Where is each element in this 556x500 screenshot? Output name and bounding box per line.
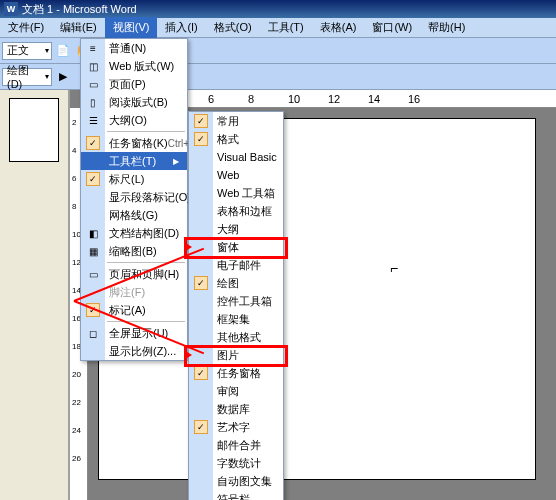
menu-item-18[interactable]: ◻全屏显示(U)	[81, 324, 187, 342]
menu-item-10[interactable]: 控件工具箱	[189, 292, 283, 310]
title-bar: W 文档 1 - Microsoft Word	[0, 0, 556, 18]
menu-item-15[interactable]: 审阅	[189, 382, 283, 400]
menu-item-11[interactable]: 框架集	[189, 310, 283, 328]
item-label: 页面(P)	[109, 77, 146, 92]
item-icon: ◻	[86, 326, 100, 340]
menu-3[interactable]: 插入(I)	[157, 17, 205, 38]
menu-item-9[interactable]: 显示段落标记(O)	[81, 188, 187, 206]
menu-8[interactable]: 帮助(H)	[420, 17, 473, 38]
menu-item-6[interactable]: 大纲	[189, 220, 283, 238]
item-label: 控件工具箱	[217, 294, 272, 309]
item-label: 图片	[217, 348, 239, 363]
menu-item-13[interactable]: 图片	[189, 346, 283, 364]
item-label: 表格和边框	[217, 204, 272, 219]
menu-item-19[interactable]: 显示比例(Z)...	[81, 342, 187, 360]
item-label: 电子邮件	[217, 258, 261, 273]
menu-4[interactable]: 格式(O)	[206, 17, 260, 38]
menu-item-12[interactable]: ▦缩略图(B)	[81, 242, 187, 260]
menu-item-7[interactable]: 窗体	[189, 238, 283, 256]
item-label: 工具栏(T)	[109, 154, 156, 169]
item-label: 标记(A)	[109, 303, 146, 318]
check-icon: ✓	[86, 136, 100, 150]
menu-item-8[interactable]: 电子邮件	[189, 256, 283, 274]
item-icon: ▦	[86, 244, 100, 258]
item-label: Web 版式(W)	[109, 59, 174, 74]
menu-6[interactable]: 表格(A)	[312, 17, 365, 38]
toolbars-submenu: ✓常用✓格式Visual BasicWebWeb 工具箱表格和边框大纲窗体电子邮…	[188, 111, 284, 500]
check-icon: ✓	[86, 172, 100, 186]
menu-item-7[interactable]: 工具栏(T)▶	[81, 152, 187, 170]
menu-item-9[interactable]: ✓绘图	[189, 274, 283, 292]
menu-item-4[interactable]: Web 工具箱	[189, 184, 283, 202]
check-icon: ✓	[86, 303, 100, 317]
menu-item-3[interactable]: Web	[189, 166, 283, 184]
check-icon: ✓	[194, 366, 208, 380]
item-label: 全屏显示(U)	[109, 326, 168, 341]
submenu-arrow-icon: ▶	[173, 157, 179, 166]
menu-item-3[interactable]: ▯阅读版式(B)	[81, 93, 187, 111]
item-label: 标尺(L)	[109, 172, 144, 187]
menu-item-6[interactable]: ✓任务窗格(K)Ctrl+F1	[81, 134, 187, 152]
item-label: 自动图文集	[217, 474, 272, 489]
menu-item-20[interactable]: 自动图文集	[189, 472, 283, 490]
item-icon: ◫	[86, 59, 100, 73]
menu-item-1[interactable]: ◫Web 版式(W)	[81, 57, 187, 75]
menu-item-11[interactable]: ◧文档结构图(D)	[81, 224, 187, 242]
menu-item-14[interactable]: ✓任务窗格	[189, 364, 283, 382]
menu-item-8[interactable]: ✓标尺(L)	[81, 170, 187, 188]
item-label: 审阅	[217, 384, 239, 399]
menu-7[interactable]: 窗口(W)	[364, 17, 420, 38]
new-doc-icon[interactable]: 📄	[53, 41, 73, 61]
item-label: 阅读版式(B)	[109, 95, 168, 110]
item-icon: ▭	[86, 267, 100, 281]
menu-bar: 文件(F)编辑(E)视图(V)插入(I)格式(O)工具(T)表格(A)窗口(W)…	[0, 18, 556, 38]
item-label: 任务窗格	[217, 366, 261, 381]
menu-item-16[interactable]: 数据库	[189, 400, 283, 418]
view-menu-dropdown: ≡普通(N)◫Web 版式(W)▭页面(P)▯阅读版式(B)☰大纲(O)✓任务窗…	[80, 38, 188, 361]
menu-item-19[interactable]: 字数统计	[189, 454, 283, 472]
menu-item-4[interactable]: ☰大纲(O)	[81, 111, 187, 129]
item-label: 窗体	[217, 240, 239, 255]
menu-item-1[interactable]: ✓格式	[189, 130, 283, 148]
item-label: 字数统计	[217, 456, 261, 471]
menu-2[interactable]: 视图(V)	[105, 17, 158, 38]
menu-5[interactable]: 工具(T)	[260, 17, 312, 38]
page-thumbnail[interactable]	[9, 98, 59, 162]
item-label: 常用	[217, 114, 239, 129]
thumbnail-pane	[0, 90, 70, 500]
item-label: 显示比例(Z)...	[109, 344, 176, 359]
item-label: 普通(N)	[109, 41, 146, 56]
menu-item-14[interactable]: ▭页眉和页脚(H)	[81, 265, 187, 283]
menu-item-12[interactable]: 其他格式	[189, 328, 283, 346]
draw-combo[interactable]: 绘图(D)	[2, 68, 52, 86]
item-label: 页眉和页脚(H)	[109, 267, 179, 282]
menu-item-18[interactable]: 邮件合并	[189, 436, 283, 454]
menu-item-10[interactable]: 网格线(G)	[81, 206, 187, 224]
menu-item-17[interactable]: ✓艺术字	[189, 418, 283, 436]
item-label: 符号栏	[217, 492, 250, 501]
menu-item-0[interactable]: ≡普通(N)	[81, 39, 187, 57]
item-label: Web	[217, 169, 239, 181]
menu-item-5[interactable]: 表格和边框	[189, 202, 283, 220]
item-icon: ◧	[86, 226, 100, 240]
menu-item-2[interactable]: Visual Basic	[189, 148, 283, 166]
item-label: 绘图	[217, 276, 239, 291]
check-icon: ✓	[194, 132, 208, 146]
item-label: 艺术字	[217, 420, 250, 435]
menu-item-0[interactable]: ✓常用	[189, 112, 283, 130]
menu-item-16[interactable]: ✓标记(A)	[81, 301, 187, 319]
menu-0[interactable]: 文件(F)	[0, 17, 52, 38]
text-cursor: ⌐	[390, 260, 398, 276]
menu-item-2[interactable]: ▭页面(P)	[81, 75, 187, 93]
item-label: 缩略图(B)	[109, 244, 157, 259]
pointer-icon[interactable]: ▶	[53, 67, 73, 87]
window-title: 文档 1 - Microsoft Word	[22, 2, 137, 17]
menu-item-15[interactable]: 脚注(F)	[81, 283, 187, 301]
menu-item-21[interactable]: 符号栏	[189, 490, 283, 500]
item-icon: ▭	[86, 77, 100, 91]
item-label: 大纲	[217, 222, 239, 237]
style-combo[interactable]: 正文	[2, 42, 52, 60]
menu-1[interactable]: 编辑(E)	[52, 17, 105, 38]
check-icon: ✓	[194, 114, 208, 128]
item-icon: ▯	[86, 95, 100, 109]
